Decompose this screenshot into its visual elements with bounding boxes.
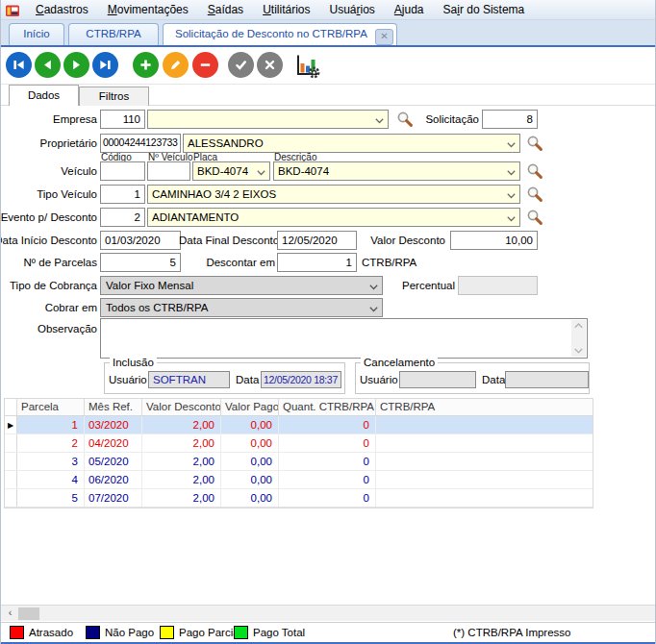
table-row[interactable]: 4 06/2020 2,00 0,00 0 (5, 471, 593, 489)
solicitacao-label: Solicitação (383, 110, 479, 129)
app-icon (5, 3, 20, 17)
descontar-em-field[interactable]: 1 (277, 253, 357, 272)
col-mes-ref[interactable]: Mês Ref. (85, 399, 142, 415)
parcelas-grid: Parcela Mês Ref. Valor Desconto Valor Pa… (4, 398, 593, 508)
proprietario-search-icon[interactable] (526, 135, 543, 152)
menu-item-usuarios[interactable]: Usuários (319, 0, 384, 20)
next-record-button[interactable] (63, 52, 89, 78)
evento-search-icon[interactable] (526, 209, 543, 226)
tipo-veiculo-code-field[interactable]: 1 (100, 185, 145, 204)
tab-dados[interactable]: Dados (9, 85, 79, 106)
empresa-code-field[interactable]: 110 (100, 110, 145, 129)
observacao-textarea[interactable] (100, 318, 588, 359)
cancelamento-usuario-label: Usuário (360, 371, 398, 388)
next-record-icon (69, 58, 84, 72)
empresa-name-combo[interactable] (147, 110, 389, 129)
row-selector-cell (5, 434, 17, 452)
table-row[interactable]: 5 07/2020 2,00 0,00 0 (5, 489, 593, 508)
veiculo-codigo-field[interactable] (100, 161, 145, 181)
chevron-down-icon (507, 170, 516, 176)
scrollbar-thumb[interactable] (18, 607, 39, 620)
first-record-icon (12, 58, 26, 72)
legend-label-pago-parcial: Pago Parcial (179, 626, 241, 640)
proprietario-code-field[interactable]: 00004244123733 (100, 134, 181, 153)
col-valor-pago[interactable]: Valor Pago (221, 399, 279, 415)
data-final-field[interactable]: 12/05/2020 (277, 231, 357, 250)
scroll-left-icon[interactable]: ‹ (3, 606, 17, 621)
proprietario-name-combo[interactable]: ALESSANDRO (183, 134, 520, 153)
data-inicio-field[interactable]: 01/03/2020 (100, 231, 181, 250)
pencil-icon (168, 58, 183, 72)
tab-inicio[interactable]: Início (9, 23, 64, 45)
tipo-veiculo-label: Tipo Veículo (0, 185, 97, 204)
menu-item-utilitarios[interactable]: Utilitários (253, 0, 319, 20)
last-record-icon (98, 58, 113, 72)
close-tab-icon[interactable]: ✕ (375, 29, 393, 45)
table-row[interactable]: 3 05/2020 2,00 0,00 0 (5, 453, 593, 471)
observacao-scrollbar[interactable] (571, 320, 586, 357)
confirm-button[interactable] (228, 52, 254, 78)
legend-color-pago-parcial (160, 626, 174, 639)
menu-item-cadastros[interactable]: Cadastros (26, 0, 98, 20)
col-valor-desconto[interactable]: Valor Desconto (142, 399, 221, 415)
horizontal-scrollbar[interactable]: ‹ (1, 605, 656, 621)
descontar-suffix-text: CTRB/RPA (362, 253, 416, 272)
table-row[interactable]: ▶ 1 03/2020 2,00 0,00 0 (5, 416, 593, 434)
proprietario-label: Proprietário (0, 134, 97, 153)
tab-ctrb-rpa[interactable]: CTRB/RPA (68, 23, 159, 45)
add-button[interactable] (133, 52, 159, 78)
menu-item-movimentacoes[interactable]: Movimentações (98, 0, 198, 20)
num-parcelas-field[interactable]: 5 (100, 253, 181, 272)
evento-label: Evento p/ Desconto (0, 208, 97, 227)
inclusao-title: Inclusão (110, 356, 157, 369)
first-record-button[interactable] (6, 52, 32, 78)
veiculo-descricao-combo[interactable]: BKD-4074 (273, 161, 520, 181)
evento-combo[interactable]: ADIANTAMENTO (147, 208, 520, 227)
veiculo-numero-field[interactable] (147, 161, 190, 181)
menu-item-saidas[interactable]: Saídas (198, 0, 253, 20)
previous-record-icon (40, 58, 55, 72)
chevron-down-icon (507, 193, 516, 199)
num-parcelas-label: Nº de Parcelas (0, 253, 97, 272)
tab-filtros[interactable]: Filtros (79, 87, 149, 106)
status-legend: Atrasado Não Pago Pago Parcial Pago Tota… (1, 622, 656, 642)
row-selector-cell (5, 453, 17, 470)
scroll-up-icon[interactable] (574, 323, 583, 329)
scroll-down-icon[interactable] (574, 348, 583, 354)
col-parcela[interactable]: Parcela (17, 399, 85, 415)
report-chart-button[interactable] (293, 52, 320, 79)
cancelamento-groupbox: Cancelamento Usuário Data (355, 362, 590, 394)
valor-desconto-label: Valor Desconto (349, 231, 445, 250)
minus-icon (198, 58, 213, 72)
valor-desconto-field[interactable]: 10,00 (450, 231, 538, 250)
cancelamento-usuario-field (399, 371, 476, 388)
veiculo-search-icon[interactable] (526, 162, 543, 180)
percentual-field (458, 276, 538, 295)
x-icon (263, 58, 277, 72)
veiculo-placa-combo[interactable]: BKD-4074 (192, 161, 270, 181)
legend-color-atrasado (10, 626, 24, 639)
cancel-button[interactable] (257, 52, 283, 78)
tipo-cobranca-select[interactable]: Valor Fixo Mensal (100, 276, 383, 295)
col-quant-ctrb[interactable]: Quant. CTRB/RPA (279, 399, 376, 415)
plus-icon (139, 58, 153, 72)
cobrar-em-select[interactable]: Todos os CTRB/RPA (100, 298, 383, 317)
data-inicio-label: Data Início Desconto (0, 231, 97, 250)
col-ctrb[interactable]: CTRB/RPA (376, 399, 593, 415)
tipo-veiculo-search-icon[interactable] (526, 186, 543, 203)
legend-color-nao-pago (86, 626, 100, 639)
edit-button[interactable] (163, 52, 189, 78)
evento-code-field[interactable]: 2 (100, 208, 145, 227)
legend-note: (*) CTRB/RPA Impresso (453, 626, 570, 640)
menu-item-ajuda[interactable]: Ajuda (385, 0, 434, 20)
descontar-em-label: Descontar em (179, 253, 275, 272)
menu-item-sair-do-sistema[interactable]: Sair do Sistema (434, 0, 535, 20)
tipo-veiculo-combo[interactable]: CAMINHAO 3/4 2 EIXOS (147, 185, 520, 204)
delete-button[interactable] (192, 52, 218, 78)
table-row[interactable]: 2 04/2020 2,00 0,00 0 (5, 434, 593, 453)
tab-solicitacao-desconto[interactable]: Solicitação de Desconto no CTRB/RPA✕ (163, 23, 397, 45)
cancelamento-title: Cancelamento (361, 356, 438, 369)
solicitacao-field[interactable]: 8 (482, 110, 538, 129)
last-record-button[interactable] (92, 52, 118, 78)
previous-record-button[interactable] (35, 52, 61, 78)
